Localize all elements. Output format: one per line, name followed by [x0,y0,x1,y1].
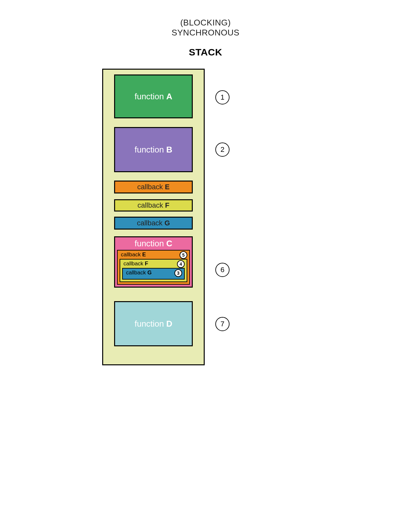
step-bubble-5: 5 [180,251,187,259]
header-blocking-label: (BLOCKING) [0,18,411,28]
step-bubble-2: 2 [215,143,230,157]
function-a-box: function A [114,74,193,118]
function-b-box: function B [114,127,193,172]
header-synchronous-label: SYNCHRONOUS [0,28,411,38]
callback-g-label: callback G [137,219,170,227]
function-c-label: function C [115,237,192,249]
step-bubble-3: 3 [174,269,182,277]
nested-callback-f-box: callback F 4 callback G 3 [120,259,187,282]
function-a-label: function A [134,92,172,102]
function-d-box: function D [114,301,193,346]
function-b-label: function B [134,145,172,155]
nested-callback-e-box: callback E 5 callback F 4 callback G 3 [117,250,190,285]
nested-callback-g-box: callback G 3 [122,268,185,280]
callback-f-box: callback F [114,199,193,212]
nested-callback-e-label: callback E [118,251,189,259]
callback-e-box: callback E [114,181,193,193]
callback-f-label: callback F [137,201,169,210]
step-bubble-1: 1 [215,90,230,104]
header-stack-label: STACK [0,47,411,58]
diagram-header: (BLOCKING) SYNCHRONOUS STACK [0,18,411,58]
step-bubble-4: 4 [177,260,185,268]
callback-e-label: callback E [137,183,170,191]
function-d-label: function D [134,319,172,329]
callback-g-box: callback G [114,217,193,230]
stack-container: function A function B callback E callbac… [102,69,205,365]
step-bubble-6: 6 [215,263,230,277]
step-bubble-7: 7 [215,317,230,331]
function-c-box: function C callback E 5 callback F 4 cal… [114,236,193,288]
